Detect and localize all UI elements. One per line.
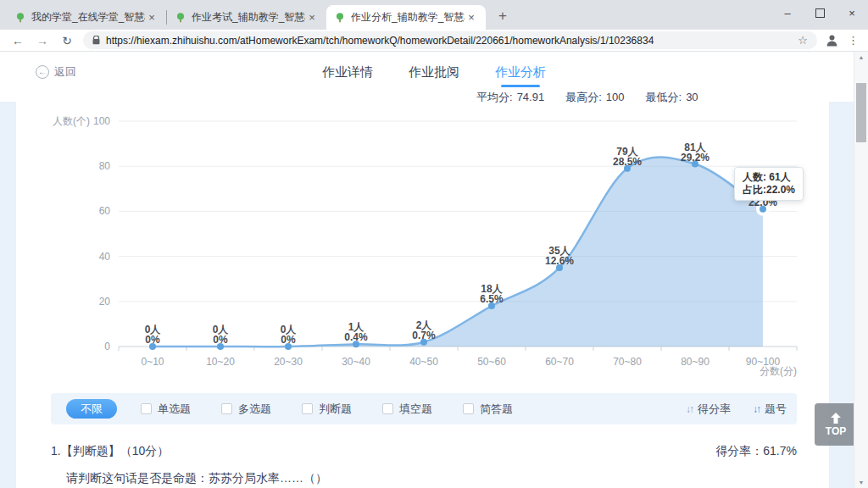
back-nav-icon[interactable]: ← (11, 34, 25, 47)
sort-score-rate-button[interactable]: ↓↑ 得分率 (686, 402, 731, 417)
sort-arrows-icon-active: ↓↑ (753, 403, 761, 415)
close-button[interactable]: × (836, 0, 868, 25)
page-margin-left (0, 102, 16, 488)
svg-text:0.7%: 0.7% (412, 330, 436, 341)
filter-checkbox-single[interactable]: 单选题 (141, 402, 191, 417)
tab-close-icon[interactable]: × (465, 11, 478, 25)
lock-icon (92, 36, 100, 45)
svg-text:29.2%: 29.2% (681, 152, 709, 164)
sort-question-number-button[interactable]: ↓↑ 题号 (753, 402, 787, 417)
top-button[interactable]: TOP (815, 403, 857, 446)
svg-text:90~100: 90~100 (746, 356, 781, 368)
svg-text:0: 0 (104, 341, 110, 352)
svg-text:0~10: 0~10 (141, 356, 164, 368)
question-title: 1.【判断题】（10分） (51, 444, 169, 459)
top-arrow-icon (829, 413, 843, 424)
window-controls: – × (771, 0, 868, 25)
filter-bar: 不限 单选题 多选题 判断题 填空题 简答题 ↓↑ 得分率 ↓↑ 题号 (51, 393, 797, 424)
browser-tab[interactable]: 作业考试_辅助教学_智慧树网 × (167, 5, 326, 30)
checkbox-icon (302, 403, 313, 414)
header-nav: 作业详情 作业批阅 作业分析 (0, 63, 868, 82)
svg-text:人数(个): 人数(个) (53, 115, 90, 127)
svg-text:12.6%: 12.6% (545, 255, 574, 267)
tab-label: 作业分析 (495, 64, 546, 79)
browser-toolbar: ← → ↻ https://hiexam.zhihuishu.com/atHom… (0, 30, 868, 52)
stat-max: 最高分:100 (565, 90, 624, 105)
svg-text:60~70: 60~70 (545, 356, 574, 368)
address-bar[interactable]: https://hiexam.zhihuishu.com/atHomeworkE… (83, 31, 817, 49)
svg-text:60: 60 (99, 205, 111, 217)
tab-title: 我的学堂_在线学堂_智慧树 (31, 10, 145, 25)
scrollbar-down-icon[interactable]: ▼ (854, 477, 868, 488)
svg-text:80~90: 80~90 (681, 356, 709, 368)
chart-tooltip: 人数: 61人 占比:22.0% (734, 167, 804, 201)
url-text: https://hiexam.zhihuishu.com/atHomeworkE… (106, 35, 654, 47)
svg-text:20: 20 (99, 296, 111, 308)
page-header: ← 返回 作业详情 作业批阅 作业分析 (0, 52, 868, 102)
svg-text:0.4%: 0.4% (344, 331, 368, 343)
svg-text:40~50: 40~50 (409, 356, 438, 368)
svg-text:40: 40 (99, 251, 111, 263)
scrollbar-up-icon[interactable]: ▲ (854, 52, 868, 63)
svg-text:50~60: 50~60 (477, 356, 506, 368)
svg-text:28.5%: 28.5% (613, 156, 642, 168)
tab-homework-detail[interactable]: 作业详情 (317, 63, 378, 82)
checkbox-icon (221, 403, 232, 414)
svg-text:30~40: 30~40 (342, 356, 370, 368)
reload-icon[interactable]: ↻ (60, 34, 74, 47)
tooltip-percent: 占比:22.0% (743, 184, 795, 197)
filter-checkbox-short-answer[interactable]: 简答题 (463, 402, 513, 417)
minimize-button[interactable]: – (771, 0, 804, 25)
svg-text:100: 100 (93, 115, 110, 127)
new-tab-button[interactable]: + (492, 5, 514, 27)
checkbox-icon (382, 403, 393, 414)
forward-nav-icon[interactable]: → (36, 34, 49, 47)
stat-min: 最低分:30 (646, 90, 698, 105)
tab-homework-analysis[interactable]: 作业分析 (490, 63, 551, 82)
filter-checkbox-blank[interactable]: 填空题 (382, 402, 432, 417)
tab-close-icon[interactable]: × (145, 11, 159, 25)
svg-text:0%: 0% (145, 334, 160, 346)
tooltip-count: 人数: 61人 (743, 171, 795, 184)
svg-text:6.5%: 6.5% (480, 293, 504, 305)
svg-text:0%: 0% (213, 334, 228, 346)
site-favicon-icon (334, 12, 346, 24)
tab-title: 作业考试_辅助教学_智慧树网 (192, 10, 305, 25)
score-stats: 平均分:74.91 最高分:100 最低分:30 (476, 90, 698, 105)
question-row: 1.【判断题】（10分） 得分率：61.7% (51, 444, 797, 459)
question-score-rate: 得分率：61.7% (715, 444, 797, 459)
stat-average: 平均分:74.91 (476, 90, 544, 105)
active-tab-indicator (501, 85, 540, 87)
svg-text:10~20: 10~20 (206, 356, 235, 368)
top-label: TOP (826, 425, 846, 437)
site-favicon-icon (175, 12, 186, 24)
svg-text:0%: 0% (281, 334, 296, 346)
question-preview-text: 请判断这句话是否是命题：苏苏分局水率……（） (66, 471, 327, 486)
filter-checkbox-judge[interactable]: 判断题 (302, 402, 352, 417)
page-scrollbar[interactable]: ▲ ▼ (854, 52, 868, 488)
filter-all-button[interactable]: 不限 (66, 399, 117, 419)
filter-checkbox-multiple[interactable]: 多选题 (221, 402, 271, 417)
tab-homework-review[interactable]: 作业批阅 (403, 63, 465, 82)
menu-dots-icon[interactable]: ⋮ (848, 34, 859, 47)
maximize-button[interactable] (804, 0, 836, 25)
profile-avatar-icon[interactable] (825, 33, 839, 47)
checkbox-icon (141, 403, 152, 414)
score-distribution-chart[interactable]: 020406080100人数(个)分数(分)0~1010~2020~3030~4… (51, 114, 814, 381)
browser-tab-strip: 我的学堂_在线学堂_智慧树 × 作业考试_辅助教学_智慧树网 × 作业分析_辅助… (0, 0, 868, 30)
tab-close-icon[interactable]: × (305, 11, 319, 25)
site-favicon-icon (14, 12, 26, 24)
checkbox-icon (463, 403, 474, 414)
tab-title: 作业分析_辅助教学_智慧树网 (351, 10, 465, 25)
svg-text:70~80: 70~80 (613, 356, 642, 368)
scrollbar-thumb[interactable] (856, 83, 866, 142)
maximize-icon (815, 8, 825, 18)
browser-tab-active[interactable]: 作业分析_辅助教学_智慧树网 × (326, 5, 486, 30)
svg-text:20~30: 20~30 (274, 356, 303, 368)
svg-text:80: 80 (99, 160, 111, 172)
browser-tab[interactable]: 我的学堂_在线学堂_智慧树 × (7, 5, 166, 30)
sort-controls: ↓↑ 得分率 ↓↑ 题号 (686, 402, 787, 417)
sort-arrows-icon: ↓↑ (686, 403, 694, 415)
bookmark-star-icon[interactable]: ☆ (798, 34, 808, 47)
